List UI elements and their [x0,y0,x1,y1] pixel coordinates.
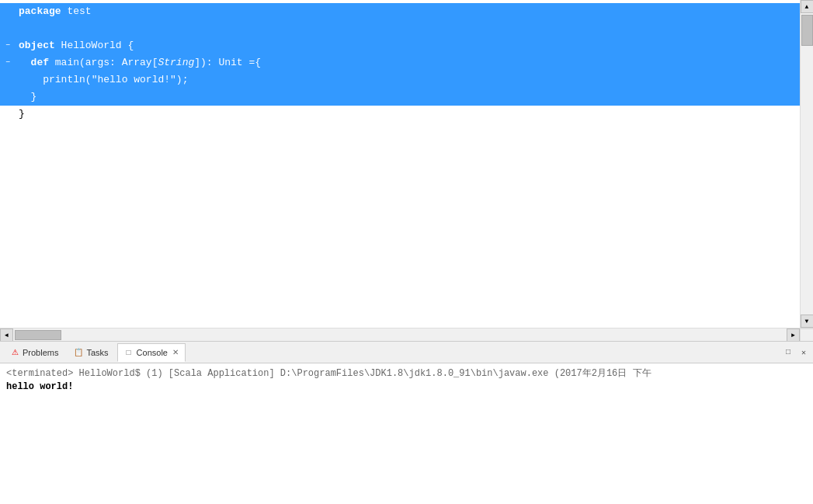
code-line-6: } [0,89,800,106]
scroll-track-horizontal [13,328,787,341]
scroll-up-button[interactable]: ▲ [801,0,814,13]
scroll-right-button[interactable]: ► [787,328,800,342]
line-content-6: } [16,89,800,106]
code-line-1: package test [0,3,800,20]
console-terminated-line: <terminated> HelloWorld$ (1) [Scala Appl… [6,367,807,380]
keyword-def: def [31,57,49,68]
tasks-icon: 📋 [74,348,83,357]
tab-console-close[interactable]: ✕ [172,348,179,356]
console-icon: □ [124,348,134,357]
editor-content: package test − object HelloWorld { [0,0,800,328]
fold-icon-3[interactable]: − [2,40,13,51]
line-content-4: def main(args: Array[String]): Unit ={ [16,54,800,71]
tab-problems[interactable]: ⚠ Problems [3,343,65,362]
console-output-line: hello world! [6,381,807,392]
code-line-4: − def main(args: Array[String]): Unit ={ [0,54,800,71]
scroll-thumb-horizontal[interactable] [15,330,61,340]
code-line-7: } [0,106,800,123]
tab-tasks-label: Tasks [86,348,108,357]
tab-console[interactable]: □ Console ✕ [117,343,186,362]
fold-icon-4[interactable]: − [2,57,13,68]
tab-console-label: Console [137,348,168,357]
scrollbar-corner [800,328,813,342]
scroll-track-vertical [801,13,813,315]
string-hello: "hello world!" [92,74,176,85]
keyword-package: package [19,5,61,17]
tab-tasks[interactable]: 📋 Tasks [67,343,115,362]
type-string: String [158,57,194,68]
tab-problems-label: Problems [23,348,58,357]
editor-scroll-container: package test − object HelloWorld { [0,0,813,328]
line-content-1: package test [16,3,800,20]
horizontal-scrollbar: ◄ ► [0,328,813,341]
line-content-5: println("hello world!"); [16,71,800,89]
editor-area: package test − object HelloWorld { [0,0,813,341]
code-line-2 [0,20,800,37]
gutter-3: − [0,40,16,51]
tab-bar-actions: □ ✕ [782,346,810,359]
scroll-left-button[interactable]: ◄ [0,328,13,342]
code-line-3: − object HelloWorld { [0,37,800,54]
line-content-2 [16,20,800,37]
tab-bar: ⚠ Problems 📋 Tasks □ Console ✕ □ ✕ [0,342,813,363]
line-content-3: object HelloWorld { [16,37,800,54]
line-content-7: } [16,106,800,123]
scroll-down-button[interactable]: ▼ [801,315,814,328]
minimize-button[interactable]: □ [782,346,794,359]
vertical-scrollbar: ▲ ▼ [800,0,813,328]
bottom-panel: ⚠ Problems 📋 Tasks □ Console ✕ □ ✕ <term… [0,341,813,504]
main-container: package test − object HelloWorld { [0,0,813,504]
console-content: <terminated> HelloWorld$ (1) [Scala Appl… [0,363,813,504]
gutter-4: − [0,57,16,68]
code-line-5: println("hello world!"); [0,71,800,89]
keyword-object: object [19,40,55,51]
close-panel-button[interactable]: ✕ [797,346,810,359]
scroll-thumb-vertical[interactable] [801,15,813,46]
problems-icon: ⚠ [10,348,19,357]
